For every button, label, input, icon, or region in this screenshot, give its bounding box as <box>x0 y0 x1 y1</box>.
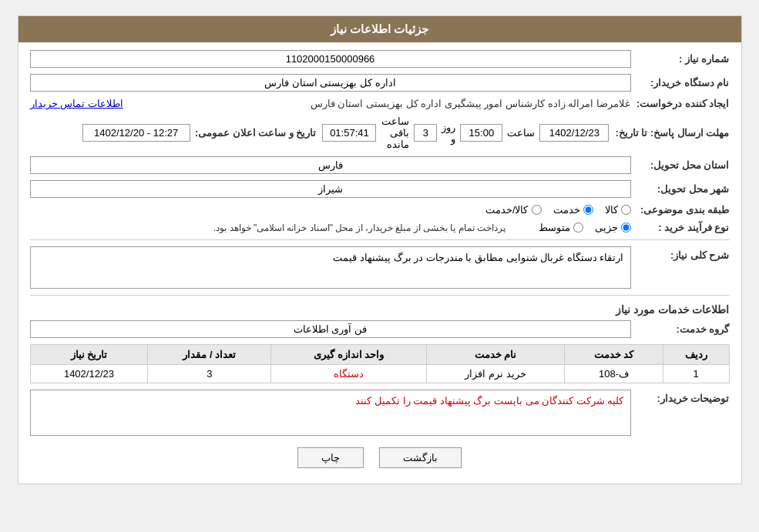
gorohe-value: فن آوری اطلاعات <box>30 320 631 338</box>
radio-kala-input[interactable] <box>621 205 631 215</box>
nam-dastgah-row: نام دستگاه خریدار: اداره کل بهزیستی استا… <box>30 74 730 92</box>
radio-khadamat-input[interactable] <box>583 205 593 215</box>
divider2 <box>30 295 730 296</box>
radio-khadamat-label: خدمت <box>553 204 580 216</box>
rooz-value: 3 <box>414 124 437 142</box>
radio-motavasset-label: متوسط <box>539 222 570 233</box>
radio-motavasset: متوسط <box>539 222 583 233</box>
radio-jozii: جزیی <box>595 222 631 233</box>
tosih-row: توضیحات خریدار: کلیه شرکت کنندگان می بای… <box>30 390 730 436</box>
cell-tedad: 3 <box>148 365 271 383</box>
radio-kala-khadamat: کالا/خدمت <box>485 204 542 216</box>
tosih-value: کلیه شرکت کنندگان می بایست برگ پیشنهاد ق… <box>30 390 631 436</box>
shahr-row: شهر محل تحویل: شیراز <box>30 180 730 198</box>
cell-kod: ف-108 <box>565 365 663 383</box>
divider1 <box>30 239 730 240</box>
tarikh-elaan-value: 1402/12/20 - 12:27 <box>82 124 190 142</box>
tabaqe-label: طبقه بندی موضوعی: <box>637 204 730 216</box>
col-nam: نام خدمت <box>426 345 564 365</box>
nooe-radio-group: جزیی متوسط <box>512 222 630 233</box>
tabaqe-row: طبقه بندی موضوعی: کالا خدمت کالا/خدمت <box>30 204 730 216</box>
sharh-row: شرح کلی نیاز: ارتقاء دستگاه غربال شنوایی… <box>30 246 730 289</box>
ijad-row: ایجاد کننده درخواست: غلامرضا امراله زاده… <box>30 98 730 109</box>
col-radif: ردیف <box>663 345 729 365</box>
khadamat-title: اطلاعات خدمات مورد نیاز <box>30 303 730 316</box>
mohlat-label: مهلت ارسال پاسخ: تا تاریخ: <box>615 127 729 139</box>
tosih-label: توضیحات خریدار: <box>637 390 730 404</box>
col-tedad: تعداد / مقدار <box>148 345 271 365</box>
ostan-value: فارس <box>30 156 631 174</box>
sharh-label: شرح کلی نیاز: <box>637 246 730 261</box>
radio-jozii-label: جزیی <box>595 222 618 233</box>
page-header: جزئیات اطلاعات نیاز <box>18 16 741 42</box>
ijad-label: ایجاد کننده درخواست: <box>636 98 730 109</box>
gorohe-row: گروه خدمت: فن آوری اطلاعات <box>30 320 730 338</box>
radio-kala-khadamat-input[interactable] <box>532 205 542 215</box>
table-head: ردیف کد خدمت نام خدمت واحد اندازه گیری ت… <box>30 345 729 365</box>
saat-value: 15:00 <box>460 124 502 142</box>
saat-label: ساعت <box>507 127 535 139</box>
tabaqe-radio-group: کالا خدمت کالا/خدمت <box>30 204 631 216</box>
main-container: جزئیات اطلاعات نیاز شماره نیاز : 1102000… <box>18 15 742 484</box>
mande-label: ساعت باقی مانده <box>381 115 409 150</box>
bazgasht-button[interactable]: بازگشت <box>379 447 462 468</box>
mande-value: 01:57:41 <box>322 124 376 142</box>
table-row: 1 ف-108 خرید نرم افزار دستگاه 3 1402/12/… <box>30 365 729 383</box>
tarikh-elaan-label: تاریخ و ساعت اعلان عمومی: <box>195 127 317 139</box>
cell-nam: خرید نرم افزار <box>426 365 564 383</box>
radio-motavasset-input[interactable] <box>573 223 583 233</box>
page-content: شماره نیاز : 1102000150000966 نام دستگاه… <box>18 42 741 483</box>
nooe-farayand-label: نوع فرآیند خرید : <box>637 222 730 233</box>
nam-dastgah-label: نام دستگاه خریدار: <box>637 77 730 89</box>
chap-button[interactable]: چاپ <box>297 447 364 468</box>
nooe-farayand-row: نوع فرآیند خرید : جزیی متوسط پرداخت تمام… <box>30 222 730 233</box>
etelaat-tamas-link[interactable]: اطلاعات تماس خریدار <box>30 98 123 109</box>
shomara-row: شماره نیاز : 1102000150000966 <box>30 50 730 68</box>
radio-khadamat: خدمت <box>553 204 593 216</box>
radio-kala-label: کالا <box>605 204 618 216</box>
table-header-row: ردیف کد خدمت نام خدمت واحد اندازه گیری ت… <box>30 345 729 365</box>
tosih-value-text: کلیه شرکت کنندگان می بایست برگ پیشنهاد ق… <box>355 395 623 407</box>
table-body: 1 ف-108 خرید نرم افزار دستگاه 3 1402/12/… <box>30 365 729 383</box>
col-tarikh: تاریخ نیاز <box>30 345 148 365</box>
shahr-label: شهر محل تحویل: <box>637 183 730 195</box>
radio-kala-khadamat-label: کالا/خدمت <box>485 204 529 216</box>
services-table: ردیف کد خدمت نام خدمت واحد اندازه گیری ت… <box>30 344 730 383</box>
button-row: بازگشت چاپ <box>30 447 730 468</box>
nam-dastgah-value: اداره کل بهزیستی استان فارس <box>30 74 631 92</box>
cell-vahed: دستگاه <box>271 365 427 383</box>
datetime-group: 1402/12/23 ساعت 15:00 روز و 3 ساعت باقی … <box>322 115 609 150</box>
cell-tarikh: 1402/12/23 <box>30 365 148 383</box>
nooe-farayand-desc: پرداخت تمام یا بخشی از مبلغ خریدار، از م… <box>30 223 506 233</box>
col-vahed: واحد اندازه گیری <box>271 345 427 365</box>
radio-kala: کالا <box>605 204 631 216</box>
ijad-value: غلامرضا امراله زاده کارشناس امور پیشگیری… <box>137 98 630 109</box>
col-kod: کد خدمت <box>565 345 663 365</box>
gorohe-label: گروه خدمت: <box>637 323 730 335</box>
shahr-value: شیراز <box>30 180 631 198</box>
cell-radif: 1 <box>663 365 729 383</box>
mohlat-row: مهلت ارسال پاسخ: تا تاریخ: 1402/12/23 سا… <box>30 115 730 150</box>
tarikh-value: 1402/12/23 <box>539 124 609 142</box>
ostan-row: استان محل تحویل: فارس <box>30 156 730 174</box>
sharh-value: ارتقاء دستگاه غربال شنوایی مطابق با مندر… <box>30 246 631 289</box>
radio-jozii-input[interactable] <box>621 223 631 233</box>
shomara-label: شماره نیاز : <box>637 53 730 65</box>
ostan-label: استان محل تحویل: <box>637 159 730 171</box>
shomara-value: 1102000150000966 <box>30 50 631 68</box>
header-title: جزئیات اطلاعات نیاز <box>331 22 428 35</box>
rooz-label: روز و <box>442 122 455 145</box>
